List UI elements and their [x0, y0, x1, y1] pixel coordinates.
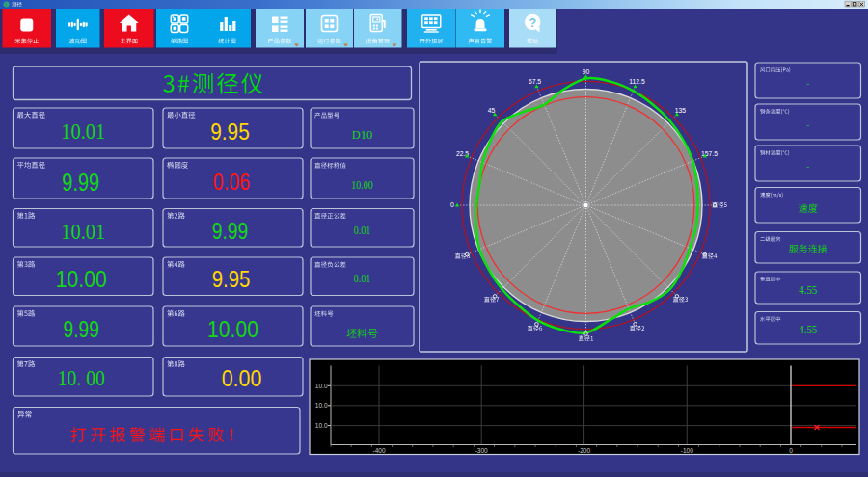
svg-text:D10: D10 — [352, 128, 373, 142]
svg-text:9.99: 9.99 — [212, 218, 248, 244]
svg-text:45: 45 — [488, 107, 496, 114]
svg-text:?: ? — [529, 16, 536, 30]
svg-text:0.06: 0.06 — [213, 170, 250, 195]
svg-text:10.0: 10.0 — [315, 402, 328, 409]
svg-text:10.00: 10.00 — [351, 178, 373, 192]
svg-text:-300: -300 — [475, 447, 488, 454]
svg-text:90: 90 — [583, 68, 590, 75]
svg-text:-100: -100 — [681, 447, 693, 454]
svg-text:9.99: 9.99 — [62, 169, 99, 196]
svg-text:10.0: 10.0 — [315, 383, 328, 389]
svg-text:-: - — [806, 79, 809, 89]
svg-text:0: 0 — [789, 447, 793, 454]
svg-text:9.95: 9.95 — [210, 119, 250, 145]
svg-text:-: - — [806, 162, 809, 172]
svg-text:0.00: 0.00 — [222, 366, 262, 391]
svg-text:-: - — [806, 120, 809, 130]
svg-text:10.00: 10.00 — [56, 266, 107, 292]
svg-text:10.0: 10.0 — [315, 422, 328, 429]
svg-text:0.01: 0.01 — [354, 224, 371, 237]
svg-text:10.00: 10.00 — [207, 316, 258, 342]
svg-text:0: 0 — [450, 201, 454, 208]
svg-text:9.99: 9.99 — [64, 316, 99, 342]
svg-text:0.01: 0.01 — [354, 272, 371, 285]
svg-text:67.5: 67.5 — [529, 78, 541, 85]
svg-text:4.55: 4.55 — [799, 282, 817, 297]
svg-text:112.5: 112.5 — [629, 78, 645, 85]
svg-text:-200: -200 — [578, 447, 590, 454]
svg-text:10.01: 10.01 — [61, 119, 105, 144]
svg-text:9.95: 9.95 — [212, 266, 251, 292]
svg-text:4.55: 4.55 — [799, 322, 817, 336]
svg-text:10. 00: 10. 00 — [58, 366, 105, 390]
svg-text:10.01: 10.01 — [61, 219, 105, 244]
svg-text:-400: -400 — [372, 447, 385, 454]
